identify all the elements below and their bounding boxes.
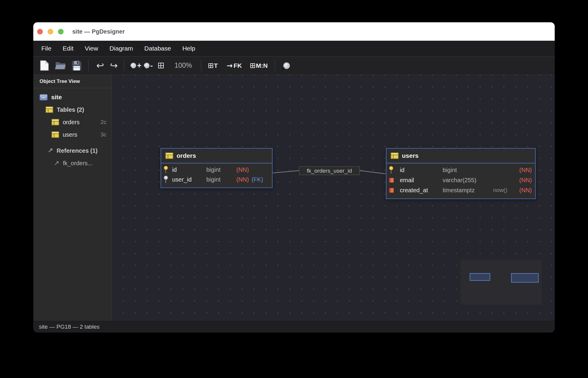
new-file-icon bbox=[40, 60, 49, 71]
tree-item-orders[interactable]: orders 2c bbox=[33, 116, 111, 128]
fk-arrow-icon: → bbox=[227, 62, 233, 69]
magnifier-minus-icon bbox=[144, 63, 150, 68]
entity-users[interactable]: users id bigint (NN) email bbox=[386, 148, 536, 199]
reference-arrow-icon bbox=[48, 147, 53, 154]
object-tree-panel: Object Tree View site Tables (2) orders … bbox=[33, 75, 112, 321]
tree-label: Tables (2) bbox=[57, 106, 84, 113]
primary-key-icon bbox=[163, 166, 168, 174]
magnifier-plus-icon bbox=[131, 63, 136, 68]
add-table-label: T bbox=[214, 62, 218, 69]
minimap-table-orders bbox=[470, 273, 490, 281]
object-tree-header: Object Tree View bbox=[33, 75, 111, 88]
object-tree: site Tables (2) orders 2c users 3c bbox=[33, 88, 111, 169]
entity-title: users bbox=[402, 152, 419, 159]
minimap[interactable] bbox=[461, 260, 542, 305]
table-icon bbox=[45, 106, 53, 113]
not-null-flag: (NN) bbox=[519, 187, 532, 193]
status-bar: site — PG18 — 2 tables bbox=[33, 321, 555, 333]
column-default: now() bbox=[493, 187, 507, 193]
column-name: created_at bbox=[400, 187, 443, 194]
minimize-button[interactable] bbox=[48, 29, 53, 34]
table-icon bbox=[165, 152, 173, 159]
menu-edit[interactable]: Edit bbox=[63, 45, 73, 52]
column-row-id[interactable]: id bigint (NN) bbox=[161, 165, 272, 175]
column-row-id[interactable]: id bigint (NN) bbox=[386, 165, 535, 175]
save-floppy-icon bbox=[72, 61, 82, 71]
tree-item-site[interactable]: site bbox=[33, 91, 111, 103]
new-file-button[interactable] bbox=[40, 60, 49, 71]
table-icon bbox=[51, 131, 59, 138]
column-count-badge: 3c bbox=[100, 131, 106, 138]
search-button[interactable] bbox=[283, 62, 290, 69]
open-file-button[interactable] bbox=[55, 61, 66, 70]
undo-icon: ↩ bbox=[96, 61, 104, 70]
title-bar: site — PgDesigner bbox=[33, 22, 555, 41]
column-name: email bbox=[400, 177, 443, 184]
entity-users-columns: id bigint (NN) email varchar(255) (N bbox=[386, 163, 535, 197]
add-mn-button[interactable]: M:N bbox=[250, 62, 268, 69]
primary-key-icon bbox=[389, 166, 393, 174]
not-null-flag: (NN) bbox=[236, 166, 249, 173]
grid-icon bbox=[158, 63, 164, 68]
foreign-key-icon bbox=[163, 176, 168, 184]
window-title: site — PgDesigner bbox=[72, 28, 125, 35]
toolbar-separator bbox=[275, 60, 275, 71]
tree-item-fk-orders[interactable]: fk_orders... bbox=[33, 157, 111, 169]
column-row-email[interactable]: email varchar(255) (NN) bbox=[386, 175, 535, 185]
grid-toggle-button[interactable] bbox=[158, 63, 164, 68]
status-text: site — PG18 — 2 tables bbox=[39, 324, 100, 330]
save-button[interactable] bbox=[72, 61, 82, 71]
entity-orders-header[interactable]: orders bbox=[161, 149, 272, 163]
reference-arrow-icon bbox=[54, 160, 59, 166]
add-fk-button[interactable]: → FK bbox=[227, 62, 242, 69]
main-area: Object Tree View site Tables (2) orders … bbox=[33, 75, 555, 321]
toolbar-separator bbox=[124, 60, 124, 71]
not-null-flag: (NN) bbox=[236, 176, 249, 183]
column-name: id bbox=[172, 166, 206, 173]
tree-label: fk_orders... bbox=[63, 160, 92, 167]
redo-button[interactable]: ↪ bbox=[110, 61, 118, 70]
tree-item-users[interactable]: users 3c bbox=[33, 128, 111, 141]
menu-help[interactable]: Help bbox=[182, 45, 195, 52]
not-null-flag: (NN) bbox=[519, 177, 532, 183]
open-folder-icon bbox=[55, 61, 66, 70]
table-grid-icon bbox=[208, 63, 213, 68]
tree-label: orders bbox=[63, 119, 80, 126]
entity-users-header[interactable]: users bbox=[386, 149, 535, 163]
entity-title: orders bbox=[177, 152, 196, 159]
plus-sign: + bbox=[137, 62, 142, 69]
tree-label: References (1) bbox=[56, 147, 98, 154]
entity-orders-columns: id bigint (NN) user_id bigint (NN) (FK) bbox=[161, 163, 272, 186]
tree-group-references[interactable]: References (1) bbox=[33, 144, 111, 157]
search-icon bbox=[283, 62, 290, 69]
column-name: id bbox=[400, 167, 443, 174]
menu-diagram[interactable]: Diagram bbox=[109, 45, 133, 52]
minimap-table-users bbox=[511, 273, 539, 283]
menu-view[interactable]: View bbox=[85, 45, 98, 52]
relationship-label[interactable]: fk_orders_user_id bbox=[299, 166, 360, 175]
tree-label: users bbox=[63, 131, 77, 138]
table-grid-icon bbox=[250, 63, 255, 68]
tree-label: site bbox=[51, 94, 62, 101]
column-row-user-id[interactable]: user_id bigint (NN) (FK) bbox=[161, 175, 272, 185]
column-type: timestamptz bbox=[443, 187, 493, 194]
close-button[interactable] bbox=[37, 29, 43, 34]
column-type: varchar(255) bbox=[443, 177, 493, 184]
entity-orders[interactable]: orders id bigint (NN) user_id bigin bbox=[161, 148, 273, 188]
app-window: site — PgDesigner File Edit View Diagram… bbox=[33, 22, 555, 333]
diagram-canvas[interactable]: orders id bigint (NN) user_id bigin bbox=[112, 75, 555, 321]
add-table-button[interactable]: T bbox=[208, 62, 218, 69]
column-row-created-at[interactable]: created_at timestamptz now() (NN) bbox=[386, 185, 535, 195]
minus-sign: - bbox=[150, 62, 153, 69]
zoom-out-button[interactable]: - bbox=[144, 62, 153, 69]
zoom-in-button[interactable]: + bbox=[131, 62, 142, 69]
zoom-level: 100% bbox=[174, 62, 192, 70]
column-icon bbox=[389, 178, 394, 183]
menu-file[interactable]: File bbox=[41, 45, 51, 52]
undo-button[interactable]: ↩ bbox=[96, 61, 104, 70]
menu-bar: File Edit View Diagram Database Help bbox=[33, 41, 555, 56]
menu-database[interactable]: Database bbox=[144, 45, 171, 52]
maximize-button[interactable] bbox=[58, 29, 64, 34]
toolbar-separator bbox=[88, 60, 89, 71]
tree-group-tables[interactable]: Tables (2) bbox=[33, 103, 111, 116]
